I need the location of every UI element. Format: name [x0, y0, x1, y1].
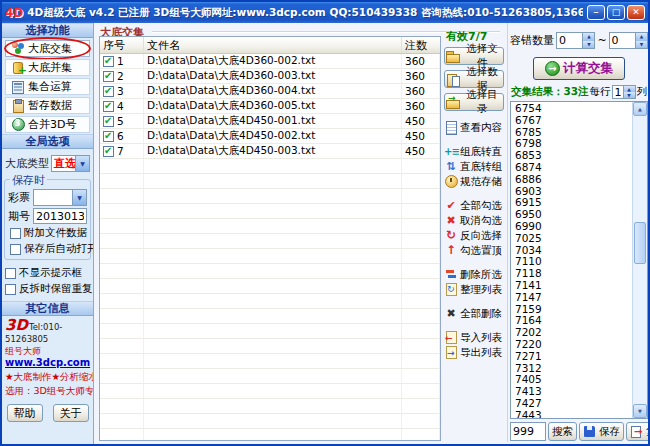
row-checkbox[interactable] — [103, 131, 114, 142]
search-input[interactable] — [510, 422, 546, 441]
sidebar-item-temp-data[interactable]: 暂存数据 — [5, 97, 90, 114]
result-number[interactable]: 7271 — [515, 351, 631, 363]
website-link[interactable]: www.3dcp.com — [5, 357, 90, 368]
scrollbar-thumb[interactable] — [634, 222, 646, 264]
action-group: 删除所选整理列表 — [444, 267, 506, 297]
result-number[interactable]: 7443 — [515, 410, 631, 418]
scrollbar[interactable] — [632, 102, 647, 418]
spinner-down-icon[interactable] — [624, 92, 635, 98]
spinner-down-icon[interactable] — [583, 41, 594, 49]
checkbox[interactable] — [10, 244, 21, 255]
result-number[interactable]: 7427 — [515, 398, 631, 410]
cell-filename: D:\data\Data\大底4D360-002.txt — [144, 54, 402, 68]
chevron-down-icon[interactable] — [75, 156, 89, 171]
lottery-select[interactable] — [33, 189, 87, 206]
check-all-action[interactable]: 全部勾选 — [444, 198, 506, 213]
chevron-down-icon[interactable] — [72, 190, 86, 205]
about-button[interactable]: 关于 — [53, 404, 89, 422]
scroll-down-icon[interactable] — [633, 404, 647, 418]
column-header-filename[interactable]: 文件名 — [144, 37, 402, 53]
organize-list-action[interactable]: 整理列表 — [444, 282, 506, 297]
table-row-empty — [100, 249, 440, 264]
result-number[interactable]: 7220 — [515, 339, 631, 351]
tolerance-max-input[interactable] — [610, 33, 635, 48]
result-number[interactable]: 6874 — [515, 162, 631, 174]
row-checkbox[interactable] — [103, 56, 114, 67]
spinner-up-icon[interactable] — [583, 33, 594, 41]
view-content-action[interactable]: 查看内容 — [444, 120, 506, 135]
table-row[interactable]: 7D:\data\Data\大底4D450-003.txt450 — [100, 144, 440, 159]
table-row[interactable]: 5D:\data\Data\大底4D450-001.txt450 — [100, 114, 440, 129]
delete-all-action[interactable]: 全部删除 — [444, 306, 506, 321]
close-icon[interactable] — [627, 5, 645, 20]
select-directory-button[interactable]: 选择目录 — [444, 93, 504, 111]
scroll-up-icon[interactable] — [633, 102, 647, 116]
checkbox[interactable] — [5, 284, 16, 295]
cell-count — [402, 219, 440, 233]
row-checkbox[interactable] — [103, 146, 114, 157]
spinner-down-icon[interactable] — [636, 41, 647, 49]
import-list-action[interactable]: 导入列表 — [444, 330, 506, 345]
column-header-index[interactable]: 序号 — [100, 37, 144, 53]
straight-to-group-action[interactable]: 直底转组 — [444, 159, 506, 174]
table-row[interactable]: 6D:\data\Data\大底4D450-002.txt450 — [100, 129, 440, 144]
row-checkbox[interactable] — [103, 86, 114, 97]
result-number[interactable]: 6886 — [515, 174, 631, 186]
row-checkbox[interactable] — [103, 101, 114, 112]
result-number[interactable]: 7025 — [515, 233, 631, 245]
checkbox[interactable] — [5, 268, 16, 279]
maximize-icon[interactable] — [607, 5, 625, 20]
uncheck-all-action[interactable]: 取消勾选 — [444, 213, 506, 228]
cell-count: 360 — [402, 99, 440, 113]
issue-input[interactable] — [33, 208, 87, 224]
compute-intersection-button[interactable]: 计算交集 — [533, 57, 625, 80]
tolerance-min-input[interactable] — [557, 33, 582, 48]
file-buttons: 选择文件选择数据选择目录 — [444, 47, 506, 111]
column-header-count[interactable]: 注数 — [402, 37, 440, 53]
cell-filename — [144, 264, 402, 278]
action-label: 勾选置顶 — [460, 244, 502, 258]
sidebar-item-dadi-intersection[interactable]: 大底交集 — [5, 40, 90, 57]
result-number-list[interactable]: 6754676767856798685368746886690369156950… — [510, 101, 648, 419]
result-number[interactable]: 6767 — [515, 115, 631, 127]
result-number[interactable]: 6990 — [515, 221, 631, 233]
calculator-icon — [11, 80, 25, 93]
spinner-up-icon[interactable] — [636, 33, 647, 41]
table-row-empty — [100, 354, 440, 369]
per-row-input[interactable] — [613, 86, 623, 98]
cell-filename — [144, 309, 402, 323]
minimize-icon[interactable] — [587, 5, 605, 20]
table-row[interactable]: 3D:\data\Data\大底4D360-004.txt360 — [100, 84, 440, 99]
option-auto-open-after-save[interactable]: 保存后自动打开 — [10, 242, 86, 256]
cell-index — [100, 249, 144, 263]
export-list-action[interactable]: 导出列表 — [444, 345, 506, 360]
search-button[interactable]: 搜索 — [548, 422, 577, 441]
sidebar-item-merge-3d[interactable]: 合并3D号 — [5, 116, 90, 133]
result-number[interactable]: 7147 — [515, 292, 631, 304]
document-icon — [444, 121, 458, 134]
save-button[interactable]: 保存 — [579, 422, 624, 441]
select-data-button[interactable]: 选择数据 — [444, 70, 504, 88]
table-row[interactable]: 2D:\data\Data\大底4D360-003.txt360 — [100, 69, 440, 84]
copy-to-button[interactable]: 复制到 — [626, 422, 650, 441]
help-button[interactable]: 帮助 — [7, 404, 43, 422]
dadi-type-select[interactable]: 直选 — [51, 155, 90, 172]
table-row[interactable]: 4D:\data\Data\大底4D360-005.txt360 — [100, 99, 440, 114]
checkbox[interactable] — [10, 228, 21, 239]
row-checkbox[interactable] — [103, 116, 114, 127]
row-checkbox[interactable] — [103, 71, 114, 82]
select-file-button[interactable]: 选择文件 — [444, 47, 504, 65]
invert-selection-action[interactable]: 反向选择 — [444, 228, 506, 243]
option-keep-duplicates-on-split[interactable]: 反拆时保留重复 — [5, 282, 91, 296]
option-no-prompt-box[interactable]: 不显示提示框 — [5, 266, 91, 280]
option-append-file-data[interactable]: 附加文件数据 — [10, 226, 86, 240]
group-to-straight-action[interactable]: 组底转直 — [444, 144, 506, 159]
sidebar-item-set-operations[interactable]: 集合运算 — [5, 78, 90, 95]
per-row-label: 每行 — [590, 85, 611, 99]
delete-selected-action[interactable]: 删除所选 — [444, 267, 506, 282]
table-row[interactable]: 1D:\data\Data\大底4D360-002.txt360 — [100, 54, 440, 69]
normalize-storage-action[interactable]: 规范存储 — [444, 174, 506, 189]
checked-to-top-action[interactable]: 勾选置顶 — [444, 243, 506, 258]
sidebar-item-dadi-union[interactable]: 大底并集 — [5, 59, 90, 76]
result-number[interactable]: 7141 — [515, 280, 631, 292]
